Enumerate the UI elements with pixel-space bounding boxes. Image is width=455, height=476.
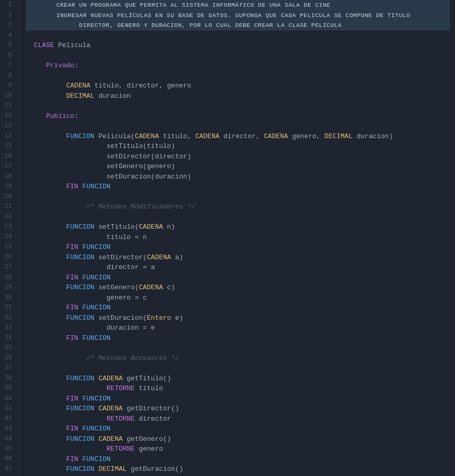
line-number: 2: [4, 10, 15, 21]
code-line: FUNCION Pelicula(CADENA titulo, CADENA d…: [26, 131, 450, 142]
line-number: 11: [4, 101, 15, 111]
code-line: genero = c: [26, 293, 450, 303]
code-line: RETORNE titulo: [26, 383, 450, 394]
line-number: 42: [4, 414, 15, 424]
line-number: 40: [4, 394, 15, 404]
code-line: FUNCION CADENA getTitulo(): [26, 374, 450, 384]
line-number: 20: [4, 192, 15, 202]
line-number: 28: [4, 273, 15, 283]
line-number: 9: [4, 81, 15, 91]
code-line: FIN FUNCION: [26, 424, 450, 434]
code-line: Privado:: [26, 61, 450, 71]
code-line: titulo = n: [26, 232, 450, 243]
line-number: 39: [4, 383, 15, 394]
line-number: 37: [4, 363, 15, 374]
code-line: /* Metodos Accesores */: [26, 353, 450, 364]
code-line: INGRESAR NUEVAS PELÍCULAS EN SU BASE DE …: [26, 10, 450, 21]
line-number: 31: [4, 303, 15, 313]
line-number: 46: [4, 454, 15, 465]
code-line: RETORNE director: [26, 414, 450, 424]
line-number: 4: [4, 31, 15, 41]
line-number: 38: [4, 374, 15, 384]
code-line: FIN FUNCION: [26, 303, 450, 313]
code-content[interactable]: CREAR UN PROGRAMA QUE PERMITA AL SISTEMA…: [20, 0, 455, 476]
line-number: 19: [4, 182, 15, 192]
line-number: 32: [4, 313, 15, 323]
line-number: 35: [4, 343, 15, 353]
line-number: 18: [4, 172, 15, 182]
code-line: RETORNE genero: [26, 444, 450, 454]
code-line: [26, 101, 450, 111]
code-line: setGenero(genero): [26, 161, 450, 172]
code-line: director = a: [26, 262, 450, 273]
code-line: /* Metodos Modificadores */: [26, 202, 450, 212]
code-line: [26, 343, 450, 353]
code-line: [26, 212, 450, 222]
code-line: [26, 51, 450, 61]
code-line: CADENA titulo, director, genero: [26, 81, 450, 91]
line-number: 45: [4, 444, 15, 454]
code-line: FUNCION setTitulo(CADENA n): [26, 222, 450, 232]
line-number: 44: [4, 434, 15, 444]
code-line: setTitulo(titulo): [26, 141, 450, 152]
line-number: 27: [4, 262, 15, 273]
code-line: [26, 71, 450, 81]
line-number: 26: [4, 252, 15, 263]
code-line: [26, 192, 450, 202]
line-number: 33: [4, 323, 15, 333]
line-number: 36: [4, 353, 15, 364]
line-number: 41: [4, 404, 15, 414]
line-number: 6: [4, 51, 15, 61]
code-line: FIN FUNCION: [26, 454, 450, 465]
code-line: Publico:: [26, 111, 450, 122]
line-number: 16: [4, 152, 15, 162]
code-editor: 1234567891011121314151617181920212223242…: [0, 0, 455, 476]
code-line: DIRECTOR, GENERO Y DURACION, POR LO CUAL…: [26, 20, 450, 31]
line-number: 1: [4, 0, 15, 10]
line-numbers: 1234567891011121314151617181920212223242…: [0, 0, 20, 476]
line-number: 30: [4, 293, 15, 303]
code-line: CLASE Pelicula: [26, 40, 450, 51]
code-line: FIN FUNCION: [26, 333, 450, 344]
line-number: 12: [4, 111, 15, 122]
line-number: 24: [4, 232, 15, 243]
line-number: 14: [4, 131, 15, 142]
line-number: 17: [4, 161, 15, 172]
code-line: FUNCION DECIMAL getDuracion(): [26, 464, 450, 474]
line-number: 34: [4, 333, 15, 344]
line-number: 5: [4, 40, 15, 51]
code-line: CREAR UN PROGRAMA QUE PERMITA AL SISTEMA…: [26, 0, 450, 10]
code-line: FIN FUNCION: [26, 182, 450, 192]
code-line: FIN FUNCION: [26, 242, 450, 252]
code-line: DECIMAL duracion: [26, 91, 450, 101]
line-number: 25: [4, 242, 15, 252]
line-number: 22: [4, 212, 15, 222]
code-line: FUNCION CADENA getGenero(): [26, 434, 450, 444]
code-line: setDuracion(duracion): [26, 172, 450, 182]
code-line: FUNCION setDuracion(Entero e): [26, 313, 450, 323]
code-line: [26, 31, 450, 41]
line-number: 13: [4, 121, 15, 131]
line-number: 8: [4, 71, 15, 81]
code-line: RETORNE duracion: [26, 474, 450, 477]
code-line: FUNCION setDirector(CADENA a): [26, 252, 450, 263]
code-line: FIN FUNCION: [26, 273, 450, 283]
line-number: 47: [4, 464, 15, 474]
line-number: 15: [4, 141, 15, 152]
line-number: 3: [4, 20, 15, 31]
line-number: 21: [4, 202, 15, 212]
code-line: duracion = e: [26, 323, 450, 333]
code-line: FUNCION CADENA getDirector(): [26, 404, 450, 414]
code-line: FUNCION setGenero(CADENA c): [26, 282, 450, 293]
line-number: 23: [4, 222, 15, 232]
line-number: 29: [4, 282, 15, 293]
code-line: FIN FUNCION: [26, 394, 450, 404]
code-line: setDirector(director): [26, 152, 450, 162]
code-line: [26, 121, 450, 131]
line-number: 48: [4, 474, 15, 477]
line-number: 43: [4, 424, 15, 434]
code-line: [26, 363, 450, 374]
line-number: 10: [4, 91, 15, 101]
line-number: 7: [4, 61, 15, 71]
